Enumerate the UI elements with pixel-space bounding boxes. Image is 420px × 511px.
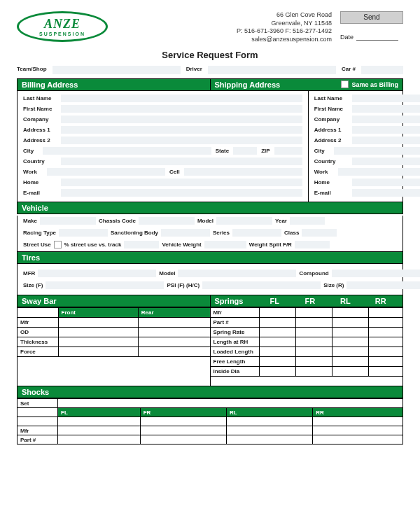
sway-od-front[interactable] [58,327,138,337]
vehicle-chassis-input[interactable] [139,217,195,225]
shipping-city-input[interactable] [334,147,420,155]
vehicle-chassis-label: Chassis Code [99,218,136,224]
springs-mfr-fl[interactable] [260,307,296,317]
springs-mfr-fr[interactable] [295,307,332,317]
shipping-work-input[interactable] [338,168,420,176]
tires-sizef-input[interactable] [46,281,164,289]
tires-model-input[interactable] [178,270,296,277]
tires-compound-input[interactable] [332,270,420,277]
company-address: 66 Glen Cove Road Greenvale, NY 11548 P:… [237,11,332,44]
billing-home-label: Home [23,179,57,186]
shocks-rl-col: RL [226,408,312,417]
springs-part-label: Part # [211,317,260,327]
sway-force-rear[interactable] [138,346,209,356]
tires-sizer-label: Size (R) [323,282,344,288]
billing-addr2-input[interactable] [61,136,302,144]
team-input[interactable] [52,66,181,74]
billing-company-label: Company [23,116,57,122]
billing-country-input[interactable] [61,158,302,165]
street-use-checkbox[interactable] [54,241,62,248]
billing-first-input[interactable] [61,105,302,113]
billing-city-label: City [23,148,38,154]
shipping-addr1-input[interactable] [352,126,420,134]
shipping-city-label: City [314,148,330,154]
shipping-first-input[interactable] [352,105,420,113]
shipping-company-input[interactable] [352,115,420,123]
billing-last-input[interactable] [61,94,302,102]
sway-thick-label: Thickness [18,337,58,346]
date-input[interactable] [356,34,398,41]
vehicle-class-input[interactable] [302,229,337,237]
same-as-billing-label: Same as Billing [351,81,398,88]
springs-fr-col: FR [293,297,328,305]
date-label: Date [340,34,354,41]
shipping-addr2-input[interactable] [352,136,420,144]
shocks-set-input[interactable] [58,399,403,408]
vehicle-class-label: Class [284,230,299,236]
shipping-home-label: Home [314,179,348,186]
tires-mfr-input[interactable] [38,270,156,277]
springs-lenrh-label: Length at RH [211,337,260,346]
shipping-home-input[interactable] [352,178,420,186]
shocks-header: Shocks [17,386,403,398]
sway-mfr-front[interactable] [58,317,138,327]
tires-psif-input[interactable] [202,281,321,289]
billing-cell-input[interactable] [184,168,302,176]
vehicle-series-input[interactable] [232,229,281,237]
logo: ANZE SUSPENSION [17,11,108,42]
billing-email-input[interactable] [61,189,302,197]
vehicle-model-input[interactable] [216,217,272,225]
addr-citystate: Greenvale, NY 11548 [237,20,332,28]
vehicle-make-input[interactable] [40,217,96,225]
addr-email: sales@anzesuspension.com [237,36,332,44]
shocks-part-label: Part # [18,435,58,444]
shipping-last-input[interactable] [352,94,420,102]
billing-home-input[interactable] [61,178,302,186]
addr-street: 66 Glen Cove Road [237,11,332,20]
logo-sub-text: SUSPENSION [39,31,85,36]
springs-fl-col: FL [257,297,292,305]
driver-input[interactable] [208,66,336,74]
billing-last-label: Last Name [23,95,57,102]
shipping-addr2-label: Address 2 [314,137,348,144]
shipping-email-input[interactable] [352,189,420,197]
springs-mfr-rl[interactable] [332,307,368,317]
sway-thick-front[interactable] [58,337,138,346]
vehicle-weight-input[interactable] [204,241,246,248]
vehicle-pct-input[interactable] [124,241,159,248]
same-as-billing-checkbox[interactable] [341,80,349,88]
vehicle-sanction-label: Sanctioning Body [111,230,158,236]
springs-rl-col: RL [328,297,363,305]
shocks-mfr-label: Mfr [18,426,58,435]
vehicle-section: Make Chassis Code Model Year Racing Type… [17,216,403,252]
team-driver-car-row: Team/Shop Driver Car # [17,66,403,74]
vehicle-racing-input[interactable] [59,229,108,237]
billing-state-input[interactable] [233,147,257,155]
sway-od-rear[interactable] [138,327,209,337]
sway-force-front[interactable] [58,346,138,356]
springs-header: Springs FL FR RL RR [211,295,403,307]
springs-mfr-rr[interactable] [368,307,402,317]
vehicle-year-input[interactable] [290,217,325,225]
shipping-block: Last Name First Name Company Address 1 A… [309,91,420,202]
car-input[interactable] [361,66,403,74]
tires-compound-label: Compound [299,270,328,276]
billing-zip-input[interactable] [274,147,302,155]
billing-addr1-input[interactable] [61,126,302,134]
billing-work-input[interactable] [47,168,165,176]
send-button[interactable]: Send [340,11,403,24]
billing-city-input[interactable] [43,147,211,155]
logo-main-text: ANZE [44,17,80,31]
swaybar-table: FrontRear Mfr OD Thickness Force [18,307,210,386]
springs-rate-label: Spring Rate [211,327,260,337]
sway-thick-rear[interactable] [138,337,209,346]
billing-company-input[interactable] [61,115,302,123]
tires-sizef-label: Size (F) [23,282,43,288]
sway-mfr-rear[interactable] [138,317,209,327]
billing-email-label: E-mail [23,190,57,196]
vehicle-split-input[interactable] [295,241,330,248]
tires-sizer-input[interactable] [346,281,420,289]
shipping-country-input[interactable] [352,158,420,165]
springs-free-label: Free Length [211,356,260,366]
vehicle-sanction-input[interactable] [161,229,210,237]
